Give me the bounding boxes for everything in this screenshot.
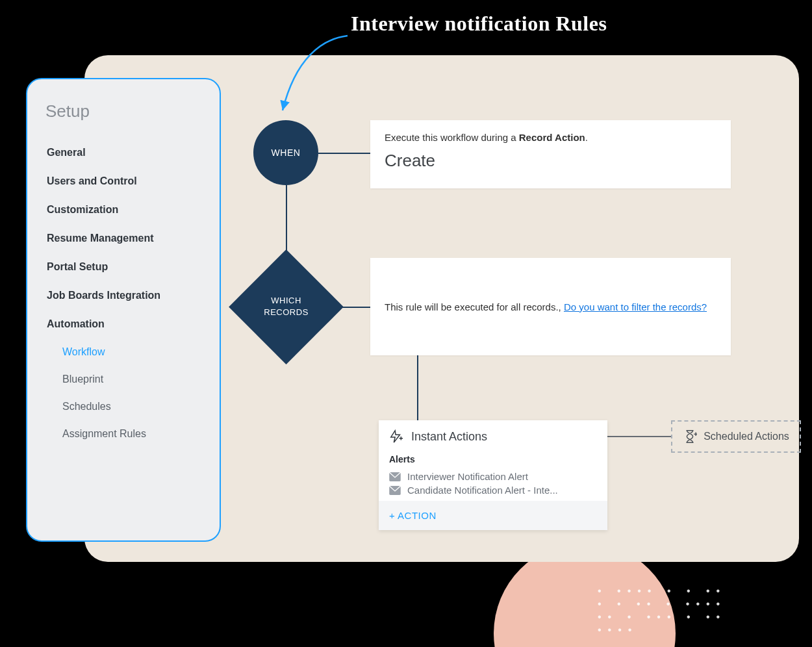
setup-sidebar: Setup General Users and Control Customiz… (26, 78, 221, 542)
sidebar-item-automation[interactable]: Automation (45, 310, 201, 338)
which-records-node: WHICH RECORDS (229, 249, 344, 364)
instant-actions-title: Instant Actions (411, 430, 487, 444)
sidebar-title: Setup (45, 101, 201, 121)
when-node: WHEN (253, 120, 318, 185)
svg-marker-0 (391, 431, 400, 442)
scheduled-actions-title: Scheduled Actions (704, 431, 789, 442)
sidebar-sub-assignment-rules[interactable]: Assignment Rules (45, 420, 201, 448)
decorative-dots: • •••• • • ••• • •• • •••• •• • ••• • ••… (598, 585, 728, 637)
sidebar-sub-workflow[interactable]: Workflow (45, 338, 201, 366)
when-text-suffix: . (585, 132, 588, 143)
alerts-label: Alerts (389, 454, 597, 464)
alert-text: Interviewer Notification Alert (407, 471, 528, 482)
alert-text: Candidate Notification Alert - Inte... (407, 485, 558, 496)
scheduled-actions-card[interactable]: Scheduled Actions (671, 420, 801, 453)
connector (607, 436, 671, 437)
hourglass-icon (683, 429, 697, 444)
alert-row[interactable]: Candidate Notification Alert - Inte... (389, 483, 597, 497)
annotation-text: Interview notification Rules (351, 12, 607, 36)
sidebar-item-general[interactable]: General (45, 138, 201, 167)
sidebar-item-customization[interactable]: Customization (45, 196, 201, 224)
when-text-prefix: Execute this workflow during a (385, 132, 519, 143)
sidebar-item-portal-setup[interactable]: Portal Setup (45, 253, 201, 281)
when-value: Create (385, 151, 717, 171)
sidebar-sub-blueprint[interactable]: Blueprint (45, 366, 201, 393)
sidebar-item-job-boards-integration[interactable]: Job Boards Integration (45, 281, 201, 310)
when-label: WHEN (272, 147, 301, 158)
when-text-bold: Record Action (519, 132, 585, 143)
which-records-card[interactable]: This rule will be executed for all recor… (370, 258, 731, 355)
sidebar-item-resume-management[interactable]: Resume Management (45, 224, 201, 253)
connector (318, 153, 370, 154)
connector (417, 355, 418, 420)
bolt-icon (389, 429, 403, 444)
sidebar-item-users-and-control[interactable]: Users and Control (45, 167, 201, 196)
add-action-button[interactable]: + ACTION (379, 501, 607, 530)
which-label-2: RECORDS (264, 307, 309, 317)
which-label-1: WHICH (271, 296, 301, 305)
instant-actions-card[interactable]: Instant Actions Alerts Interviewer Notif… (379, 420, 607, 530)
which-text: This rule will be executed for all recor… (385, 301, 564, 312)
mail-icon (389, 472, 401, 481)
when-card[interactable]: Execute this workflow during a Record Ac… (370, 120, 731, 188)
mail-icon (389, 486, 401, 495)
workflow-diagram: WHEN Execute this workflow during a Reco… (253, 120, 786, 549)
filter-records-link[interactable]: Do you want to filter the records? (564, 301, 707, 312)
sidebar-sub-schedules[interactable]: Schedules (45, 393, 201, 420)
alert-row[interactable]: Interviewer Notification Alert (389, 470, 597, 483)
